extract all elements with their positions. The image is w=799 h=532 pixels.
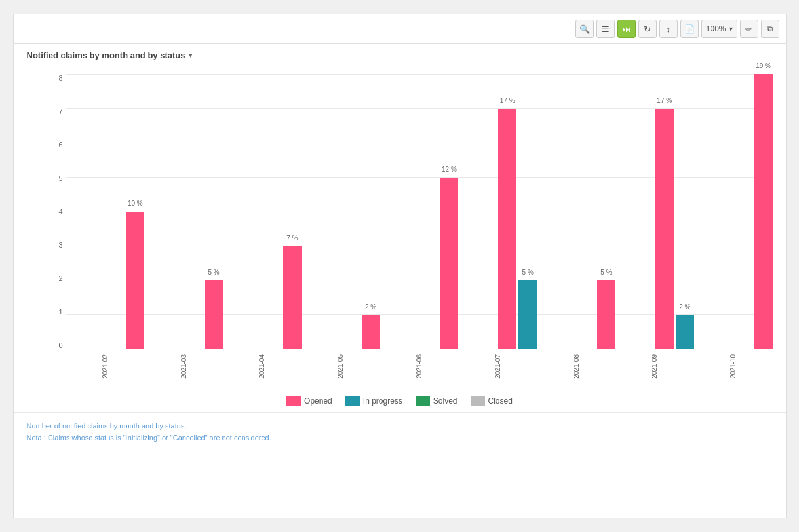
y-label-3: 3 bbox=[47, 241, 66, 249]
x-label-2021-09: 2021-09 bbox=[615, 349, 694, 389]
x-label-text-2021-03: 2021-03 bbox=[180, 354, 187, 379]
zoom-value: 100% bbox=[706, 24, 726, 33]
y-label-5: 5 bbox=[47, 174, 66, 182]
legend-inprogress-label: In progress bbox=[363, 396, 402, 406]
bar-opened-label-2021-04: 7 % bbox=[286, 235, 298, 242]
x-label-text-2021-05: 2021-05 bbox=[337, 354, 344, 379]
y-label-1: 1 bbox=[47, 308, 66, 316]
legend-solved: Solved bbox=[416, 396, 458, 406]
legend-opened-label: Opened bbox=[304, 396, 332, 406]
legend-inprogress: In progress bbox=[345, 396, 402, 406]
bar-opened-label-2021-07: 17 % bbox=[500, 97, 515, 104]
y-label-0: 0 bbox=[47, 341, 66, 349]
chart-container: 0 1 2 3 4 5 6 7 8 bbox=[47, 74, 773, 389]
legend-closed-label: Closed bbox=[488, 396, 513, 406]
legend: Opened In progress Solved Closed bbox=[27, 389, 773, 412]
x-label-2021-05: 2021-05 bbox=[302, 349, 380, 389]
x-label-text-2021-07: 2021-07 bbox=[494, 354, 501, 379]
bar-opened-2021-04: 7 % bbox=[283, 246, 302, 350]
bar-group-2021-08: 5 % bbox=[537, 74, 615, 349]
x-label-text-2021-09: 2021-09 bbox=[651, 354, 658, 379]
footer-line2: Nota : Claims whose status is "Initializ… bbox=[27, 432, 773, 444]
chart-header: Notified claims by month and by status ▾ bbox=[14, 44, 786, 67]
y-label-7: 7 bbox=[47, 107, 66, 115]
x-label-2021-04: 2021-04 bbox=[223, 349, 302, 389]
y-label-6: 6 bbox=[47, 141, 66, 149]
bar-opened-2021-07: 17 % bbox=[498, 109, 516, 350]
x-label-2021-10: 2021-10 bbox=[694, 349, 773, 389]
bar-opened-2021-06: 12 % bbox=[440, 178, 458, 350]
bar-group-2021-03: 5 % bbox=[144, 74, 223, 349]
bar-opened-label-2021-09: 17 % bbox=[657, 97, 672, 104]
x-label-text-2021-06: 2021-06 bbox=[416, 354, 423, 379]
y-label-8: 8 bbox=[47, 74, 66, 82]
x-label-2021-06: 2021-06 bbox=[380, 349, 459, 389]
x-axis: 2021-022021-032021-042021-052021-062021-… bbox=[66, 349, 773, 389]
bar-inprogress-label-2021-09: 2 % bbox=[679, 303, 690, 311]
copy-btn[interactable]: ⧉ bbox=[761, 20, 779, 38]
bar-opened-2021-03: 5 % bbox=[205, 280, 223, 349]
x-label-2021-07: 2021-07 bbox=[458, 349, 537, 389]
x-label-2021-02: 2021-02 bbox=[66, 349, 145, 389]
bar-opened-label-2021-06: 12 % bbox=[442, 166, 457, 173]
bar-group-2021-07: 17 %5 % bbox=[458, 74, 537, 349]
legend-opened-box bbox=[286, 396, 301, 406]
title-chevron[interactable]: ▾ bbox=[189, 51, 193, 60]
legend-solved-label: Solved bbox=[433, 396, 458, 406]
bar-opened-label-2021-08: 5 % bbox=[600, 269, 612, 276]
bar-opened-2021-08: 5 % bbox=[597, 280, 615, 349]
sort-btn[interactable]: ↕ bbox=[659, 20, 678, 38]
x-label-text-2021-02: 2021-02 bbox=[102, 354, 109, 379]
footer: Number of notified claims by month and b… bbox=[14, 412, 786, 453]
x-label-text-2021-10: 2021-10 bbox=[730, 354, 737, 379]
legend-solved-box bbox=[416, 396, 430, 406]
bar-opened-2021-02: 10 % bbox=[126, 212, 144, 349]
zoom-chevron: ▾ bbox=[729, 24, 733, 33]
bar-inprogress-label-2021-07: 5 % bbox=[522, 269, 534, 276]
pdf-btn[interactable]: 📄 bbox=[680, 20, 699, 38]
bar-opened-label-2021-02: 10 % bbox=[128, 200, 143, 207]
bar-group-2021-10: 19 % bbox=[694, 74, 773, 349]
bar-group-2021-05: 2 % bbox=[302, 74, 380, 349]
bar-group-2021-06: 12 % bbox=[380, 74, 459, 349]
bar-opened-2021-05: 2 % bbox=[362, 315, 380, 350]
bar-group-2021-04: 7 % bbox=[223, 74, 302, 349]
list-btn[interactable]: ☰ bbox=[596, 20, 615, 38]
footer-line1: Number of notified claims by month and b… bbox=[27, 421, 773, 432]
toolbar: 🔍 ☰ ⏭ ↻ ↕ 📄 100% ▾ ✏ ⧉ bbox=[14, 14, 786, 44]
y-label-4: 4 bbox=[47, 208, 66, 216]
bar-inprogress-2021-09: 2 % bbox=[676, 315, 694, 350]
x-label-2021-08: 2021-08 bbox=[537, 349, 615, 389]
x-label-text-2021-08: 2021-08 bbox=[573, 354, 580, 379]
main-card: 🔍 ☰ ⏭ ↻ ↕ 📄 100% ▾ ✏ ⧉ Notified claims b… bbox=[13, 14, 787, 518]
skip-btn[interactable]: ⏭ bbox=[617, 20, 636, 38]
y-axis: 0 1 2 3 4 5 6 7 8 bbox=[47, 74, 66, 349]
edit-btn[interactable]: ✏ bbox=[740, 20, 758, 38]
legend-inprogress-box bbox=[345, 396, 360, 406]
bar-opened-2021-09: 17 % bbox=[655, 109, 674, 350]
x-label-text-2021-04: 2021-04 bbox=[258, 354, 265, 379]
zoom-level[interactable]: 100% ▾ bbox=[701, 20, 737, 38]
refresh-btn[interactable]: ↻ bbox=[638, 20, 657, 38]
bar-group-2021-02: 10 % bbox=[66, 74, 145, 349]
legend-opened: Opened bbox=[286, 396, 332, 406]
bar-inprogress-2021-07: 5 % bbox=[518, 280, 537, 349]
bar-group-2021-09: 17 %2 % bbox=[615, 74, 694, 349]
zoom-btn[interactable]: 🔍 bbox=[575, 20, 594, 38]
chart-title: Notified claims by month and by status bbox=[27, 50, 185, 60]
chart-area: 0 1 2 3 4 5 6 7 8 bbox=[14, 67, 786, 412]
legend-closed-box bbox=[471, 396, 485, 406]
legend-closed: Closed bbox=[471, 396, 513, 406]
bar-opened-label-2021-10: 19 % bbox=[756, 62, 771, 69]
bar-opened-label-2021-05: 2 % bbox=[365, 303, 376, 311]
x-label-2021-03: 2021-03 bbox=[144, 349, 223, 389]
bar-opened-label-2021-03: 5 % bbox=[208, 269, 219, 276]
y-label-2: 2 bbox=[47, 275, 66, 282]
bar-opened-2021-10: 19 % bbox=[754, 74, 773, 349]
bars-area: 10 %5 %7 %2 %12 %17 %5 %5 %17 %2 %19 % bbox=[66, 74, 773, 349]
